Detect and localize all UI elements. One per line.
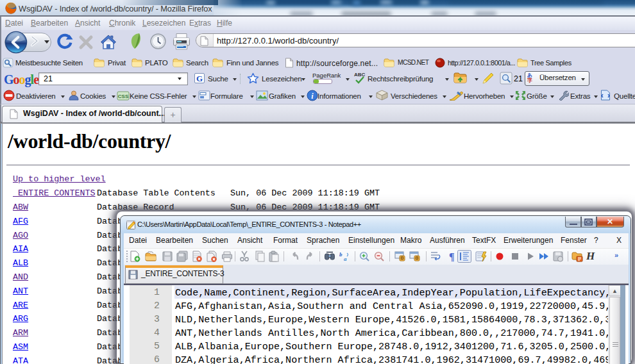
svg-text:CSS: CSS: [118, 94, 129, 99]
svg-text:b: b: [339, 251, 343, 258]
svg-text:¶: ¶: [449, 251, 455, 262]
svg-text:a: a: [344, 256, 347, 262]
